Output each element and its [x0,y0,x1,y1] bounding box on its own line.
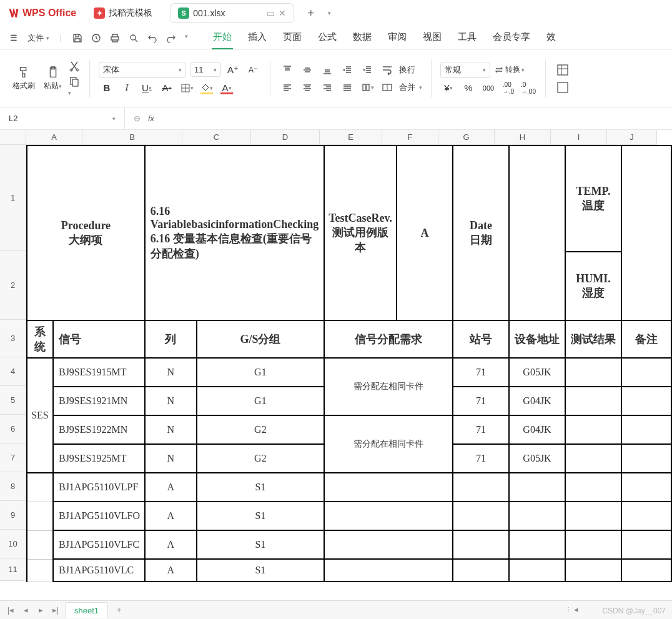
increase-decimal-icon[interactable]: .00→.0 [500,81,516,96]
wrap-text-button[interactable] [379,62,395,77]
row-header[interactable]: 11 [0,558,26,581]
cell-style-icon[interactable] [555,62,571,77]
column-header[interactable]: A [26,130,82,145]
font-name-select[interactable]: 宋体▾ [99,62,186,78]
border-button[interactable]: ▾ [179,81,195,96]
paste-label: 粘贴 [44,81,59,90]
column-header[interactable]: I [551,130,607,145]
row-header[interactable]: 2 [0,251,26,320]
column-header[interactable]: E [320,130,382,145]
row-header[interactable]: 7 [0,443,26,472]
italic-button[interactable]: I [119,81,135,96]
align-top-icon[interactable] [279,62,295,77]
name-box[interactable]: L2 ▾ [0,107,125,129]
menu-tab-effect[interactable]: 效 [545,26,557,49]
fire-icon: ✦ [94,7,105,19]
justify-icon[interactable] [339,80,355,95]
fx-label[interactable]: fx [148,114,154,123]
cancel-formula-icon[interactable]: ⊖ [134,114,141,123]
row-header[interactable]: 6 [0,415,26,443]
select-all-corner[interactable] [0,130,26,145]
column-header[interactable]: F [382,130,438,145]
svg-rect-7 [558,65,568,75]
row-header[interactable]: 5 [0,386,26,415]
font-size-select[interactable]: 11▾ [190,62,221,77]
paste-button[interactable]: 粘贴▾ [41,63,64,94]
align-center-icon[interactable] [299,80,315,95]
close-icon[interactable]: ✕ [279,8,286,18]
add-sheet-button[interactable]: + [112,605,127,615]
decrease-indent-icon[interactable] [339,62,355,77]
number-format-select[interactable]: 常规▾ [440,62,490,78]
decrease-font-icon[interactable]: A⁻ [245,62,261,77]
horizontal-scrollbar[interactable]: ⋮◂ [565,605,578,614]
strikethrough-button[interactable]: A▾ [159,81,175,96]
spreadsheet-grid[interactable]: ABCDEFGHIJ 1234567891011 Procedure大纲项6.1… [0,130,672,598]
print-icon[interactable] [91,33,101,43]
column-header[interactable]: G [438,130,495,145]
orientation-icon[interactable]: ▾ [359,80,375,95]
formula-bar: L2 ▾ ⊖ fx [0,107,672,130]
row-header[interactable]: 9 [0,501,26,530]
menu-tab-formula[interactable]: 公式 [317,26,338,49]
redo-icon[interactable] [166,33,176,43]
convert-button[interactable]: 转换▾ [494,62,525,77]
prev-sheet-icon[interactable]: ◂ [20,605,31,615]
percent-icon[interactable]: % [460,81,477,96]
sheet-tab[interactable]: sheet1 [65,602,108,618]
font-color-button[interactable]: A▾ [219,81,235,96]
bold-button[interactable]: B [99,81,115,96]
next-sheet-icon[interactable]: ▸ [35,605,46,615]
underline-button[interactable]: U▾ [139,81,155,96]
menu-tab-view[interactable]: 视图 [422,26,443,49]
row-header[interactable]: 1 [0,145,26,251]
merge-button[interactable] [379,80,395,95]
row-header[interactable]: 10 [0,530,26,558]
align-bottom-icon[interactable] [319,62,335,77]
menu-tab-data[interactable]: 数据 [352,26,373,49]
fill-color-button[interactable]: ▾ [199,81,215,96]
column-header[interactable]: J [607,130,657,145]
menu-tab-insert[interactable]: 插入 [247,26,268,49]
file-menu[interactable]: 文件 ▾ [22,30,54,46]
align-left-icon[interactable] [279,80,295,95]
menu-tab-page[interactable]: 页面 [282,26,303,49]
menu-tab-member[interactable]: 会员专享 [492,26,531,49]
currency-icon[interactable]: ¥▾ [440,81,457,96]
copy-icon[interactable]: ▾ [68,75,81,97]
align-right-icon[interactable] [319,80,335,95]
window-icon[interactable]: ▭ [267,8,275,18]
undo-icon[interactable] [147,33,157,43]
column-header[interactable]: D [251,130,320,145]
row-header[interactable]: 8 [0,472,26,501]
menu-tab-tools[interactable]: 工具 [457,26,478,49]
menu-tab-review[interactable]: 审阅 [387,26,408,49]
increase-indent-icon[interactable] [359,62,375,77]
cut-icon[interactable] [68,60,81,72]
preview-icon[interactable] [129,33,139,43]
file-label: 文件 [27,32,44,44]
first-sheet-icon[interactable]: |◂ [5,605,16,615]
align-middle-icon[interactable] [299,62,315,77]
hamburger-icon[interactable]: ☰ [10,33,17,42]
svg-rect-4 [72,79,78,86]
menu-tab-start[interactable]: 开始 [212,26,233,49]
decrease-decimal-icon[interactable]: .0→.00 [520,81,536,96]
format-icon[interactable] [555,80,571,95]
print-preview-icon[interactable] [110,33,120,43]
tab-document[interactable]: S 001.xlsx ▭ ✕ [170,3,294,23]
column-header[interactable]: C [182,130,251,145]
column-header[interactable]: H [495,130,551,145]
row-header[interactable]: 3 [0,320,26,357]
increase-font-icon[interactable]: A⁺ [225,62,241,77]
tab-menu-chevron[interactable]: ▾ [328,10,331,16]
format-painter-button[interactable]: 格式刷 [10,63,37,94]
column-header[interactable]: B [82,130,182,145]
last-sheet-icon[interactable]: ▸| [50,605,61,615]
tab-templates[interactable]: ✦ 找稻壳模板 [86,4,160,22]
save-icon[interactable] [72,33,82,43]
new-tab-button[interactable]: + [304,7,319,20]
row-header[interactable]: 4 [0,357,26,386]
comma-icon[interactable]: 000 [480,81,497,96]
history-chevron[interactable]: ▾ [185,33,188,43]
